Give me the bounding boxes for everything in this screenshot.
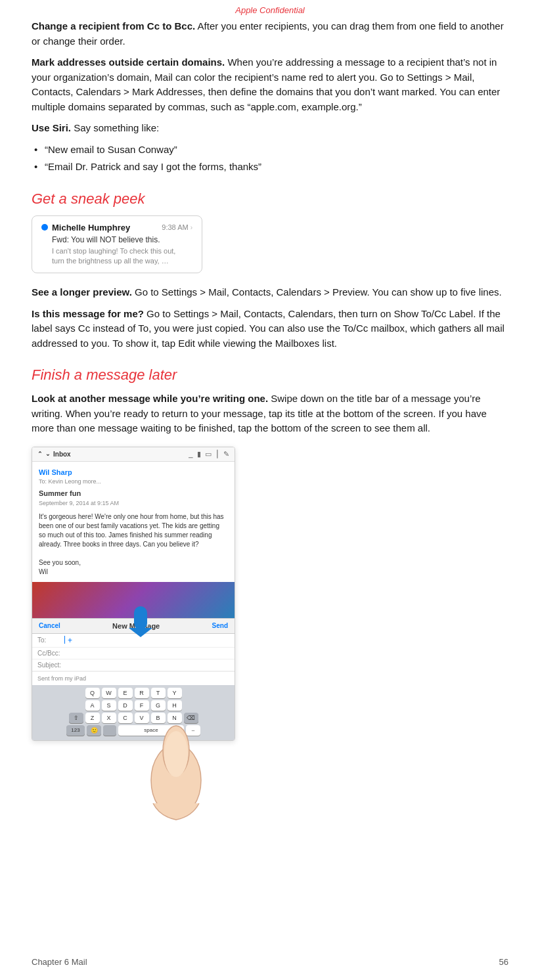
ios-status-bar: ⌃ ⌄ Inbox ⎯ ▮ ▭ ⎮ ✎ <box>32 447 235 462</box>
unread-dot-icon <box>41 224 48 231</box>
chevron-right-icon: › <box>191 224 192 231</box>
siri-bullet-1: “New email to Susan Conway” <box>32 143 508 158</box>
longer-preview-bold: See a longer preview. <box>32 286 132 298</box>
cc-label: Cc/Bcc: <box>37 650 64 657</box>
page-footer: Chapter 6 Mail 56 <box>32 957 508 967</box>
sneak-peek-card: Michelle Humphrey 9:38 AM › Fwd: You wil… <box>32 215 202 274</box>
sender-name: Michelle Humphrey <box>52 223 130 233</box>
inbox-label: ⌃ ⌄ Inbox <box>37 451 71 458</box>
sneak-peek-header: Michelle Humphrey 9:38 AM › <box>41 223 192 233</box>
email-sender: Wil Sharp <box>39 467 228 478</box>
sneak-peek-subject: Fwd: You will NOT believe this. <box>41 235 192 244</box>
is-for-me-bold: Is this message for me? <box>32 308 144 319</box>
key-x[interactable]: X <box>102 713 116 723</box>
key-shift[interactable]: ⇧ <box>69 713 83 723</box>
mark-addresses-heading-bold: Mark addresses outside certain domains. <box>32 56 225 68</box>
key-s[interactable]: S <box>102 700 116 711</box>
subject-label: Subject: <box>37 661 64 669</box>
svg-point-2 <box>164 731 188 777</box>
mark-addresses-paragraph: Mark addresses outside certain domains. … <box>32 55 508 114</box>
finish-later-paragraph: Look at another message while you’re wri… <box>32 391 508 436</box>
cancel-button[interactable]: Cancel <box>39 622 60 629</box>
nav-icons: ⎯ ▮ ▭ ⎮ ✎ <box>189 450 229 458</box>
footer-left: Chapter 6 Mail <box>32 957 87 967</box>
key-q[interactable]: Q <box>85 688 100 698</box>
recipient-heading-bold: Change a recipient from Cc to Bcc. <box>32 20 195 32</box>
key-numbers[interactable]: 123 <box>66 725 85 736</box>
send-button[interactable]: Send <box>212 622 228 629</box>
email-photo <box>32 582 235 618</box>
key-mic[interactable] <box>103 725 116 736</box>
sneak-peek-preview: I can't stop laughing! To check this out… <box>41 246 192 267</box>
is-for-me-paragraph: Is this message for me? Go to Settings >… <box>32 307 508 351</box>
footer-right: 56 <box>499 957 508 967</box>
swipe-arrow-indicator <box>134 606 147 630</box>
finish-later-bold: Look at another message while you’re wri… <box>32 393 268 404</box>
key-emoji[interactable]: 🙂 <box>87 725 101 736</box>
longer-preview-text: Go to Settings > Mail, Contacts, Calenda… <box>132 286 502 298</box>
siri-bullet-2: “Email Dr. Patrick and say I got the for… <box>32 160 508 175</box>
email-date: September 9, 2014 at 9:15 AM <box>39 499 228 508</box>
cc-field-row: Cc/Bcc: <box>32 648 235 659</box>
reply-icon: ⎮ <box>215 450 219 458</box>
recipient-paragraph: Change a recipient from Cc to Bcc. After… <box>32 19 508 49</box>
use-siri-heading-bold: Use Siri. <box>32 122 71 133</box>
plus-icon: + <box>68 636 72 645</box>
subject-field-row: Subject: <box>32 659 235 671</box>
to-cursor <box>64 636 65 645</box>
folder-icon: ▮ <box>197 450 201 458</box>
use-siri-heading-text: Say something like: <box>71 122 159 133</box>
compose-fields: To: + Cc/Bcc: Subject: <box>32 634 235 672</box>
to-label: To: <box>37 636 64 644</box>
use-siri-paragraph: Use Siri. Say something like: <box>32 121 508 136</box>
swipe-arrow-down-icon <box>134 606 147 630</box>
key-w[interactable]: W <box>102 688 116 698</box>
sneak-peek-heading: Get a sneak peek <box>32 190 508 208</box>
email-subject: Summer fun <box>39 488 228 499</box>
new-message-icon: ✎ <box>223 450 229 458</box>
siri-bullet-list: “New email to Susan Conway” “Email Dr. P… <box>32 143 508 175</box>
key-a[interactable]: A <box>85 700 100 711</box>
longer-preview-paragraph: See a longer preview. Go to Settings > M… <box>32 285 508 300</box>
sneak-peek-time: 9:38 AM › <box>162 223 192 231</box>
trash-icon: ▭ <box>205 450 212 458</box>
sneak-peek-sender: Michelle Humphrey <box>41 223 130 233</box>
email-body-text: It's gorgeous here! We're only one hour … <box>39 512 228 577</box>
ios-screenshot-container: ⌃ ⌄ Inbox ⎯ ▮ ▭ ⎮ ✎ Wil Sharp To: Kevin … <box>32 447 235 741</box>
email-to-line: To: Kevin Leong more... <box>39 478 228 487</box>
page-header: Apple Confidential <box>0 0 540 19</box>
key-z[interactable]: Z <box>85 713 100 723</box>
compose-body: Sent from my iPad <box>32 672 235 685</box>
compose-icon: ⎯ <box>189 450 193 458</box>
email-body: Wil Sharp To: Kevin Leong more... Summer… <box>32 462 235 582</box>
finish-later-heading: Finish a message later <box>32 367 508 384</box>
hand-finger-svg <box>124 695 255 826</box>
